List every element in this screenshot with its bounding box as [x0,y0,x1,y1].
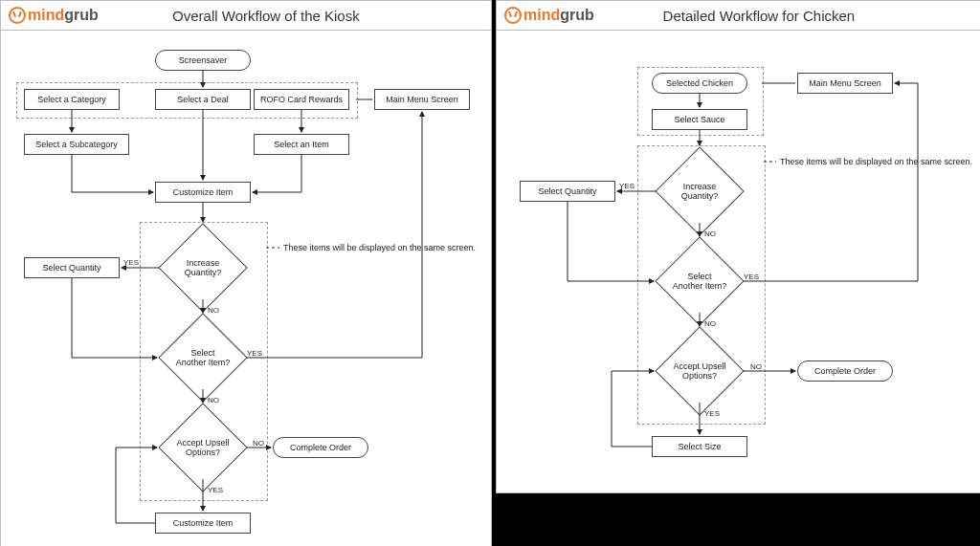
lbl-yes-another: YES [247,349,262,358]
node-increase-quantity: Increase Quantity? [171,236,234,299]
node-select-category: Select a Category [24,89,120,110]
node-accept-upsell: Accept Upsell Options? [171,416,234,479]
node-select-item: Select an Item [254,134,349,155]
node-select-size: Select Size [652,436,747,457]
node-increase-q-r: Increase Quantity? [668,160,731,223]
node-selected-chicken: Selected Chicken [652,73,747,94]
lbl-yes-qty-r: YES [619,182,635,190]
lbl-no-another-r: NO [704,319,716,328]
node-select-deal: Select a Deal [155,89,251,110]
label-accept-upsell-r: Accept Upsell Options? [668,361,731,382]
label-select-another: Select Another Item? [171,348,234,368]
node-main-menu: Main Menu Screen [374,89,470,110]
node-select-subcategory: Select a Subcategory [24,134,129,155]
node-select-another: Select Another Item? [171,326,234,389]
lbl-yes-upsell-r: YES [704,409,720,418]
left-title: Overall Workflow of the Kiosk [99,8,434,24]
node-select-quantity: Select Quantity [24,257,120,278]
brand-text-1b: mind [523,7,560,23]
brand-text-1: mind [28,7,64,23]
node-customize-item-2: Customize Item [155,513,251,534]
node-select-another-r: Select Another Item? [668,250,731,313]
node-main-menu-r: Main Menu Screen [797,73,893,94]
node-complete-order: Complete Order [273,437,368,458]
label-increase-q-r: Increase Quantity? [668,182,731,202]
brand-icon-2 [504,7,522,24]
brand-icon [9,7,26,24]
note-same-screen: These items will be displayed on the sam… [283,243,476,252]
label-increase-quantity: Increase Quantity? [171,258,234,278]
lbl-no-qty: NO [208,306,219,315]
node-select-sauce: Select Sauce [652,109,747,130]
brand-logo: mindgrub [9,7,99,24]
node-accept-upsell-r: Accept Upsell Options? [668,339,731,403]
node-select-qty-r: Select Quantity [520,181,615,202]
lbl-no-upsell-r: NO [750,362,762,371]
brand-text-2b: grub [560,7,594,23]
node-complete-r: Complete Order [797,360,893,382]
node-screensaver: Screensaver [155,50,251,71]
lbl-no-another: NO [208,396,219,404]
left-panel: mindgrub Overall Workflow of the Kiosk S… [0,0,492,546]
right-canvas: Selected Chicken Select Sauce Main Menu … [497,31,980,493]
lbl-no-upsell: NO [253,439,264,448]
label-accept-upsell: Accept Upsell Options? [171,438,234,458]
lbl-yes-qty: YES [123,258,139,267]
right-title: Detailed Workflow for Chicken [594,8,924,24]
node-customize-item: Customize Item [155,182,251,203]
right-panel: mindgrub Detailed Workflow for Chicken S… [496,0,980,493]
note-same-screen-r: These items will be displayed on the sam… [780,157,972,166]
brand-text-2: grub [64,7,99,23]
lbl-no-qty-r: NO [704,229,716,238]
node-rofo: ROFO Card Rewards [254,89,349,110]
label-select-another-r: Select Another Item? [668,272,731,292]
lbl-yes-upsell: YES [208,486,223,494]
left-canvas: Screensaver Select a Category Select a D… [1,31,491,546]
brand-logo-2: mindgrub [504,7,594,24]
lbl-yes-another-r: YES [744,273,759,281]
